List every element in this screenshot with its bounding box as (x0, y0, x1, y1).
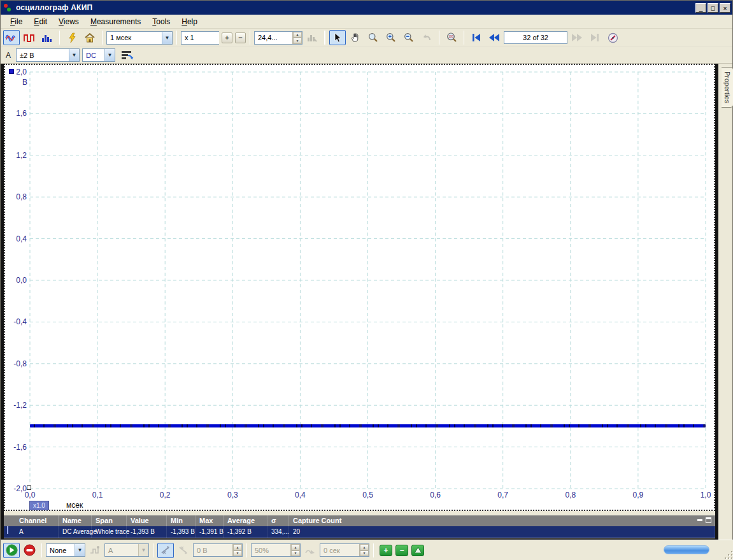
channel-range-select[interactable]: ±2 B ▼ (16, 48, 80, 62)
rising-edge-button[interactable] (157, 543, 174, 558)
previous-buffer-button[interactable] (486, 30, 502, 45)
buffer-position-value: 32 of 32 (523, 34, 548, 41)
delay-arrow-button (302, 543, 318, 558)
menu-item-help[interactable]: Help (176, 16, 203, 27)
first-buffer-button[interactable] (468, 30, 485, 45)
auto-setup-button[interactable] (64, 30, 80, 45)
bar-chart-icon (307, 33, 317, 42)
zoom-in-button[interactable] (383, 30, 399, 45)
x-tick-label: 0,9 (633, 491, 644, 499)
x-tick-label: 0,2 (160, 491, 171, 499)
y-tick-label: 0,8 (5, 192, 27, 201)
add-measurement-button[interactable]: + (380, 545, 392, 556)
measurement-cell-value: -1,393 B (127, 526, 167, 538)
y-tick-label: 2,0 (5, 68, 27, 76)
samples-spinner[interactable]: 24,4... ▲▼ (254, 31, 302, 45)
menu-item-edit[interactable]: Edit (28, 16, 53, 27)
zoom-out-button[interactable] (401, 30, 417, 45)
channel-a-trace[interactable] (30, 424, 706, 427)
y-tick-label: 1,2 (5, 151, 27, 160)
maximize-icon[interactable]: □ (708, 3, 718, 13)
column-header-span[interactable]: Span (92, 515, 127, 526)
x-tick-label: 1,0 (701, 491, 711, 499)
persistence-view-button[interactable] (39, 30, 55, 45)
edit-measurement-button[interactable] (411, 545, 424, 556)
run-button[interactable] (3, 543, 20, 558)
timebase-select[interactable]: 1 мсек ▼ (106, 31, 173, 45)
chevron-down-icon: ▼ (75, 544, 85, 556)
column-header-average[interactable]: Average (224, 515, 267, 526)
y-tick-label: -0,4 (5, 317, 27, 326)
minimize-icon[interactable]: _ (695, 3, 706, 13)
channel-color-swatch (7, 526, 8, 534)
properties-tab[interactable]: Properties (722, 67, 733, 108)
hand-tool-button[interactable] (347, 30, 364, 45)
x-tick-label: 0,1 (92, 491, 103, 499)
resize-grip[interactable] (724, 550, 732, 559)
column-header-min[interactable]: Min (167, 515, 196, 526)
panel-minimize-icon[interactable] (697, 517, 702, 521)
last-buffer-button (587, 30, 603, 45)
coupling-value: DC (83, 52, 104, 59)
column-header-max[interactable]: Max (196, 515, 224, 526)
stop-button[interactable] (21, 543, 38, 558)
scope-view-button[interactable] (3, 30, 20, 45)
bar-chart-icon (41, 33, 53, 43)
marquee-zoom-button[interactable] (365, 30, 381, 45)
samples-mode-button (304, 30, 320, 45)
menu-item-tools[interactable]: Tools (146, 16, 176, 27)
undo-zoom-button (418, 30, 435, 45)
channel-range-value: ±2 B (17, 52, 69, 59)
panel-maximize-icon[interactable] (706, 517, 711, 523)
y-tick-label: -1,6 (5, 443, 27, 452)
measurement-cell-max: -1,391 B (196, 526, 224, 538)
remove-measurement-button[interactable]: − (395, 545, 408, 556)
menu-item-views[interactable]: Views (53, 16, 85, 27)
main-toolbar: 1 мсек ▼ x 1 + − 24,4... ▲▼ (1, 29, 732, 47)
menu-item-file[interactable]: File (4, 16, 28, 27)
close-icon[interactable]: ✕ (720, 3, 730, 13)
coupling-select[interactable]: DC ▼ (82, 48, 115, 62)
buffer-position-field[interactable]: 32 of 32 (504, 31, 567, 44)
x-tick-label: 0,6 (430, 491, 441, 499)
sine-wave-icon (5, 32, 18, 43)
trigger-source-select: A ▼ (104, 543, 149, 557)
zoom-100-button[interactable]: 100 (443, 30, 460, 45)
zoom-increase-button[interactable]: + (222, 32, 232, 43)
column-header-value[interactable]: Value (127, 515, 167, 526)
trigger-level-value: 0 B (194, 547, 232, 554)
home-button[interactable] (82, 30, 98, 45)
pretrigger-spinner: 50% ▲▼ (251, 543, 301, 557)
home-icon (84, 32, 96, 43)
measurements-panel: ChannelNameSpanValueMinMaxAverageσCaptur… (4, 515, 715, 538)
trigger-mode-select[interactable]: None ▼ (46, 543, 85, 557)
pointer-tool-button[interactable] (329, 30, 346, 45)
app-icon (3, 3, 13, 12)
scope-view[interactable]: x1.0 мсек 2,01,61,20,80,40,0-0,4-0,8-1,2… (4, 64, 715, 511)
zoom-factor-field[interactable]: x 1 (181, 31, 219, 45)
measurement-cell-channel: A (15, 526, 59, 538)
y-tick-label: 0,0 (5, 276, 27, 285)
magnifier-icon (368, 32, 378, 43)
column-header-name[interactable]: Name (59, 515, 92, 526)
column-header-channel[interactable]: Channel (15, 515, 59, 526)
falling-edge-icon (178, 545, 189, 555)
channel-options-button[interactable] (118, 48, 137, 63)
column-header-capture-count[interactable]: Capture Count (289, 515, 715, 526)
spinner-buttons[interactable]: ▲▼ (292, 32, 302, 44)
samples-value: 24,4... (255, 34, 292, 41)
chevron-down-icon: ▼ (104, 49, 115, 61)
x-scale-badge[interactable]: x1.0 (29, 501, 49, 510)
buffer-overview-button[interactable] (604, 30, 621, 45)
svg-text:100: 100 (448, 35, 453, 38)
right-dock-strip: Properties (722, 64, 733, 540)
zoom-decrease-button[interactable]: − (235, 32, 246, 43)
first-buffer-icon (471, 33, 481, 42)
cursor-arrow-icon (333, 32, 342, 43)
measurement-cell-min: -1,393 B (167, 526, 196, 538)
column-header-σ[interactable]: σ (267, 515, 289, 526)
menu-item-measurements[interactable]: Measurements (85, 16, 146, 27)
axis-drag-handle[interactable] (27, 485, 31, 490)
measurement-row[interactable]: ADC AverageWhole trace-1,393 B-1,393 B-1… (4, 526, 715, 538)
spectrum-view-button[interactable] (21, 30, 38, 45)
